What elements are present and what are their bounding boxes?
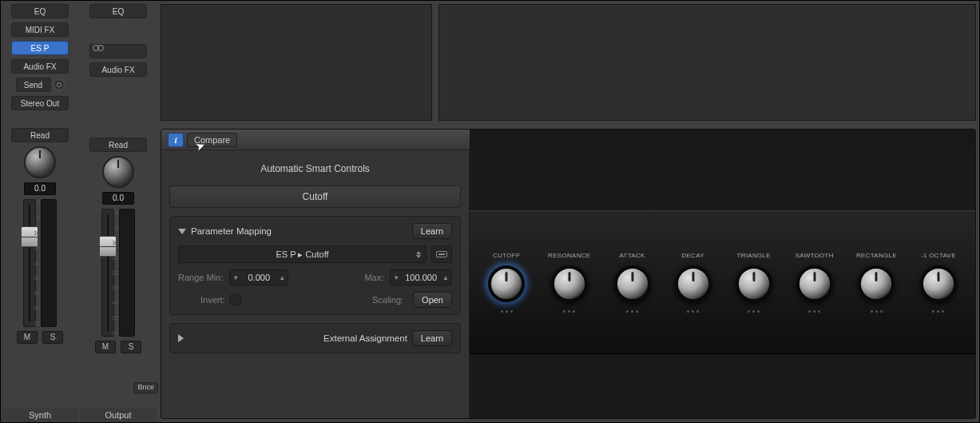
learn-button[interactable]: Learn [412,330,452,346]
knob[interactable] [736,265,772,302]
pan-knob[interactable] [102,156,134,188]
smart-knob-attack: ATTACK [613,252,651,313]
output-slot[interactable]: Stereo Out [11,96,69,110]
external-assignment-panel: External Assignment Learn [169,323,461,353]
channel-strip-synth: EQ MIDI FX ES P Audio FX Send Stereo Out… [4,4,76,422]
knob-indicator-dots [871,310,883,313]
smart-knob-rectangle: RECTANGLE [856,252,897,313]
invert-checkbox[interactable] [230,294,241,305]
knob-indicator-dots [626,310,638,313]
knob-indicator-dots [501,310,513,313]
stepper-up-icon[interactable]: ▲ [440,274,451,281]
knob-label: SAWTOOTH [796,252,834,259]
compare-button[interactable]: Compare [187,133,237,147]
channel-strip-output: EQ Audio FX Read 0.0 0510152030405060 B [82,4,154,422]
pan-knob[interactable] [24,146,56,178]
smart-knob-cutoff: CUTOFF [487,252,526,313]
smart-controls-window: i ➤ Compare Controls EQ ∿∿ Automatic Sma… [161,129,976,419]
range-min-label: Range Min: [178,273,223,282]
mapping-target-menu[interactable]: ES P ▸ Cutoff [178,245,427,263]
mapping-options-button[interactable] [431,245,452,263]
open-scaling-button[interactable]: Open [413,292,452,308]
knob-label: RECTANGLE [856,252,897,259]
knob-indicator-dots [932,310,944,313]
mute-button[interactable]: M [17,331,38,344]
smart-knob-resonance: RESONANCE [548,252,590,313]
midifx-slot[interactable]: MIDI FX [11,22,69,37]
empty-region-left [161,4,432,121]
panel-title: External Assignment [323,333,407,343]
surface-texture-bottom [470,354,975,418]
knob-row: CUTOFFRESONANCEATTACKDECAYTRIANGLESAWTOO… [470,210,975,354]
audiofx-slot[interactable]: Audio FX [89,62,147,77]
knob[interactable] [675,265,712,302]
learn-button[interactable]: Learn [412,223,452,239]
mute-button[interactable]: M [95,341,116,353]
pan-value[interactable]: 0.0 [102,192,134,205]
level-meter: 0510152030405060 [41,199,57,327]
send-level-icon[interactable] [54,79,65,90]
knob-label: RESONANCE [548,252,590,259]
stepper-down-icon[interactable]: ▼ [391,274,402,281]
panel-title: Parameter Mapping [191,226,272,236]
automation-mode[interactable]: Read [89,138,147,152]
instrument-slot[interactable]: ES P [11,41,69,55]
knob-indicator-dots [563,310,575,313]
solo-button[interactable]: S [121,341,141,353]
smart-knob-decay: DECAY [674,252,712,313]
channel-strips: EQ MIDI FX ES P Audio FX Send Stereo Out… [1,1,157,422]
range-min-value[interactable]: 0.000 [241,273,276,282]
automation-mode[interactable]: Read [11,128,69,142]
knob-indicator-dots [687,310,699,313]
smart-controls-inspector: Automatic Smart Controls Cutoff Paramete… [161,130,470,418]
knob-label: DECAY [681,252,704,259]
channel-name[interactable]: Synth [2,408,78,422]
knob[interactable] [488,265,525,302]
level-meter: 0510152030405060 [119,209,135,337]
range-max-label: Max: [364,273,383,282]
disclosure-triangle-icon[interactable] [178,334,319,342]
smart-controls-surface: CUTOFFRESONANCEATTACKDECAYTRIANGLESAWTOO… [470,130,975,418]
knob-label: ATTACK [619,252,645,259]
right-region: i ➤ Compare Controls EQ ∿∿ Automatic Sma… [157,1,979,422]
channel-name[interactable]: Output [80,408,157,422]
eq-slot[interactable]: EQ [11,4,69,18]
parameter-name-field[interactable]: Cutoff [169,186,461,208]
disclosure-triangle-icon[interactable] [178,229,186,234]
smart-knob-triangle: TRIANGLE [735,252,773,313]
inspector-title: Automatic Smart Controls [161,155,469,186]
mapping-target-label: ES P ▸ Cutoff [276,249,328,260]
range-max-field[interactable]: ▼ 100.000 ▲ [390,269,452,285]
solo-button[interactable]: S [42,331,63,344]
smart-knob--1-octave: -1 OCTAVE [919,252,958,313]
knob[interactable] [551,265,588,302]
empty-region-right [438,4,976,121]
eq-slot[interactable]: EQ [89,4,147,18]
audiofx-slot[interactable]: Audio FX [11,59,69,74]
pan-value[interactable]: 0.0 [24,182,56,195]
knob-indicator-dots [808,310,820,313]
scaling-label: Scaling: [372,295,403,305]
stereo-icon-slot[interactable] [89,44,147,58]
knob[interactable] [920,265,957,302]
range-min-field[interactable]: ▼ 0.000 ▲ [229,269,288,285]
knob-indicator-dots [748,310,760,313]
smart-knob-sawtooth: SAWTOOTH [796,252,834,313]
stepper-down-icon[interactable]: ▼ [230,274,241,281]
bounce-button[interactable]: Bnce [133,382,158,393]
knob[interactable] [796,265,833,302]
knob[interactable] [858,265,895,302]
knob-label: TRIANGLE [736,252,770,259]
send-slot[interactable]: Send [16,78,51,92]
range-max-value[interactable]: 100.000 [402,273,440,282]
knob[interactable] [614,265,651,302]
arrange-area [157,1,979,121]
stepper-up-icon[interactable]: ▲ [276,274,288,281]
knob-label: CUTOFF [493,252,520,259]
parameter-mapping-panel: Parameter Mapping Learn ES P ▸ Cutoff Ra… [169,216,461,315]
inspector-toggle-button[interactable]: i [168,133,184,147]
knob-label: -1 OCTAVE [921,252,956,259]
surface-texture-top [470,150,975,210]
invert-label: Invert: [200,295,225,305]
